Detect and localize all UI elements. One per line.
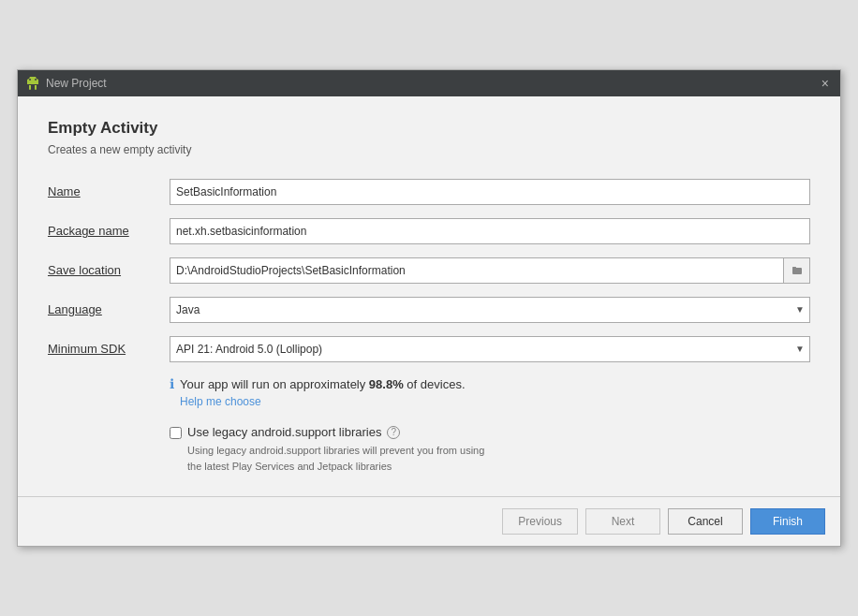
legacy-library-row: Use legacy android.support libraries ? U…: [170, 425, 810, 474]
checkbox-sublabel: Using legacy android.support libraries w…: [187, 443, 484, 474]
info-suffix: of devices.: [404, 377, 466, 391]
min-sdk-label-text: Minimum SDK: [48, 342, 126, 356]
dialog-body: Empty Activity Creates a new empty activ…: [18, 96, 840, 497]
save-location-label: Save location: [48, 263, 170, 277]
android-icon: [25, 76, 40, 91]
cancel-button[interactable]: Cancel: [668, 508, 743, 535]
dialog-title: New Project: [46, 77, 107, 90]
title-bar: New Project ×: [18, 70, 840, 96]
svg-rect-1: [792, 267, 796, 269]
legacy-library-checkbox[interactable]: [170, 427, 182, 439]
language-select-wrapper: Java Kotlin ▼: [170, 297, 810, 323]
help-me-choose-link[interactable]: Help me choose: [180, 395, 261, 408]
info-content: Your app will run on approximately 98.8%…: [180, 375, 466, 409]
language-label: Language: [48, 302, 170, 316]
min-sdk-select[interactable]: API 21: Android 5.0 (Lollipop) API 22: A…: [170, 336, 810, 362]
next-button[interactable]: Next: [585, 508, 660, 535]
save-location-input-wrapper: [170, 257, 810, 284]
name-label-text: Name: [48, 184, 81, 198]
language-row: Language Java Kotlin ▼: [48, 297, 810, 323]
checkbox-label-group: Use legacy android.support libraries ? U…: [187, 425, 484, 474]
package-label-text: Package name: [48, 224, 129, 238]
previous-button[interactable]: Previous: [502, 508, 578, 535]
svg-rect-0: [792, 268, 802, 274]
save-location-label-text: Save location: [48, 263, 121, 277]
name-row: Name: [48, 179, 810, 205]
package-label: Package name: [48, 224, 170, 238]
checkbox-label-text: Use legacy android.support libraries: [187, 425, 381, 439]
min-sdk-select-wrapper: API 21: Android 5.0 (Lollipop) API 22: A…: [170, 336, 810, 362]
info-row: ℹ Your app will run on approximately 98.…: [170, 375, 810, 409]
package-input[interactable]: [170, 218, 810, 244]
info-icon: ℹ: [170, 376, 174, 391]
folder-icon: [791, 265, 803, 276]
dialog-footer: Previous Next Cancel Finish: [18, 496, 840, 546]
browse-button[interactable]: [784, 257, 810, 284]
save-location-input[interactable]: [170, 257, 784, 284]
language-select[interactable]: Java Kotlin: [170, 297, 810, 323]
section-subtitle: Creates a new empty activity: [48, 143, 810, 156]
language-label-text: Language: [48, 302, 102, 316]
checkbox-main-label: Use legacy android.support libraries ?: [187, 425, 484, 439]
name-label: Name: [48, 184, 170, 198]
section-title: Empty Activity: [48, 119, 810, 138]
min-sdk-row: Minimum SDK API 21: Android 5.0 (Lollipo…: [48, 336, 810, 362]
package-row: Package name: [48, 218, 810, 244]
info-prefix: Your app will run on approximately: [180, 377, 369, 391]
name-input[interactable]: [170, 179, 810, 205]
info-text: Your app will run on approximately 98.8%…: [180, 375, 466, 395]
finish-button[interactable]: Finish: [750, 508, 825, 535]
close-button[interactable]: ×: [818, 77, 833, 90]
title-bar-left: New Project: [25, 76, 107, 91]
new-project-dialog: New Project × Empty Activity Creates a n…: [17, 69, 841, 548]
checkbox-help-icon[interactable]: ?: [387, 426, 400, 439]
save-location-row: Save location: [48, 257, 810, 284]
min-sdk-label: Minimum SDK: [48, 342, 170, 356]
info-highlight: 98.8%: [369, 377, 404, 391]
